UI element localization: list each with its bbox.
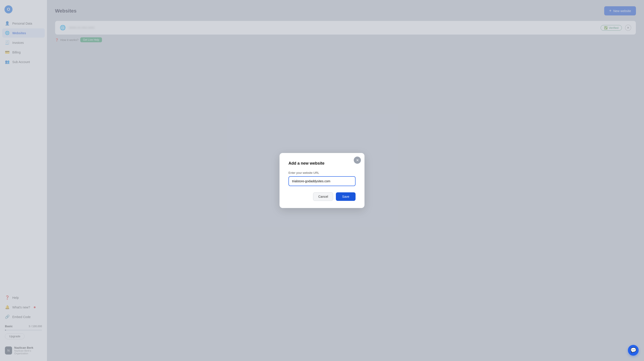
url-label: Enter your website URL [288,171,356,174]
save-button[interactable]: Save [336,192,356,201]
chat-fab-button[interactable]: 💬 [628,345,639,356]
website-url-input[interactable] [288,176,356,186]
cancel-button[interactable]: Cancel [313,192,333,201]
modal-close-button[interactable]: ✕ [354,156,361,164]
add-website-modal: ✕ Add a new website Enter your website U… [280,153,364,208]
modal-overlay: ✕ Add a new website Enter your website U… [0,0,644,361]
modal-actions: Cancel Save [288,192,356,201]
chat-icon: 💬 [630,347,636,353]
modal-title: Add a new website [288,161,356,166]
